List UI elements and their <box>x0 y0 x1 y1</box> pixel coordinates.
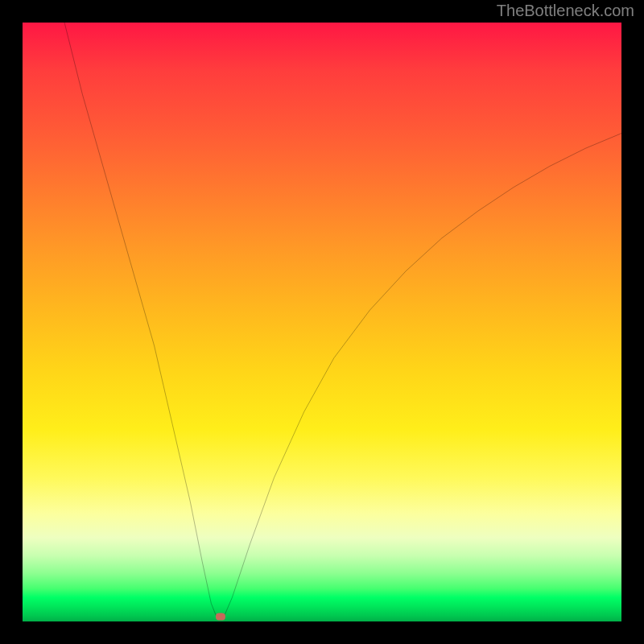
optimal-point-marker <box>216 613 225 621</box>
bottleneck-curve <box>23 23 621 621</box>
chart-plot-area <box>23 23 621 621</box>
watermark-text: TheBottleneck.com <box>497 2 634 20</box>
curve-path <box>64 23 621 618</box>
